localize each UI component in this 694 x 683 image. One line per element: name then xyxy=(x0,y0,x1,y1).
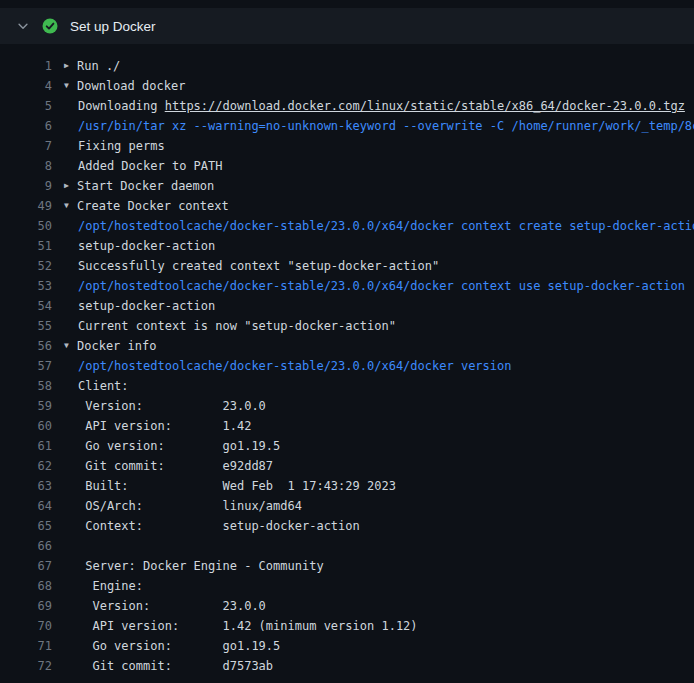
line-number[interactable]: 59 xyxy=(0,396,52,416)
log-text: setup-docker-action xyxy=(78,299,215,313)
log-text: Git commit: e92dd87 xyxy=(78,459,273,473)
line-number[interactable]: 65 xyxy=(0,516,52,536)
log-line[interactable]: 54setup-docker-action xyxy=(0,296,694,316)
group-title: Docker info xyxy=(77,336,156,356)
line-number[interactable]: 51 xyxy=(0,236,52,256)
triangle-right-icon[interactable]: ▶ xyxy=(64,56,77,76)
group-title: Start Docker daemon xyxy=(77,176,214,196)
triangle-down-icon[interactable]: ▼ xyxy=(64,76,77,96)
line-number[interactable]: 5 xyxy=(0,96,52,116)
line-number[interactable]: 58 xyxy=(0,376,52,396)
log-line[interactable]: 63 Built: Wed Feb 1 17:43:29 2023 xyxy=(0,476,694,496)
log-text: Go version: go1.19.5 xyxy=(78,639,280,653)
log-lines: 1▶Run ./4▼Download docker5Downloading ht… xyxy=(0,44,694,676)
group-title: Download docker xyxy=(77,76,185,96)
log-text: Current context is now "setup-docker-act… xyxy=(78,319,396,333)
log-line[interactable]: 70 API version: 1.42 (minimum version 1.… xyxy=(0,616,694,636)
log-line[interactable]: 60 API version: 1.42 xyxy=(0,416,694,436)
log-line[interactable]: 6/usr/bin/tar xz --warning=no-unknown-ke… xyxy=(0,116,694,136)
line-number[interactable]: 1 xyxy=(0,56,52,76)
triangle-down-icon[interactable]: ▼ xyxy=(64,196,77,216)
log-text: Server: Docker Engine - Community xyxy=(78,559,324,573)
log-line[interactable]: 7Fixing perms xyxy=(0,136,694,156)
line-number[interactable]: 70 xyxy=(0,616,52,636)
log-line[interactable]: 67 Server: Docker Engine - Community xyxy=(0,556,694,576)
line-number[interactable]: 9 xyxy=(0,176,52,196)
log-line[interactable]: 8Added Docker to PATH xyxy=(0,156,694,176)
line-number[interactable]: 7 xyxy=(0,136,52,156)
log-line[interactable]: 49▼Create Docker context xyxy=(0,196,694,216)
line-number[interactable]: 62 xyxy=(0,456,52,476)
command-text: /usr/bin/tar xz --warning=no-unknown-key… xyxy=(78,119,694,133)
line-number[interactable]: 61 xyxy=(0,436,52,456)
chevron-down-icon[interactable] xyxy=(16,19,30,33)
log-line[interactable]: 59 Version: 23.0.0 xyxy=(0,396,694,416)
line-number[interactable]: 72 xyxy=(0,656,52,676)
line-number[interactable]: 63 xyxy=(0,476,52,496)
success-check-icon xyxy=(42,18,58,34)
triangle-right-icon[interactable]: ▶ xyxy=(64,176,77,196)
log-text: Version: 23.0.0 xyxy=(78,599,266,613)
log-line[interactable]: 50/opt/hostedtoolcache/docker-stable/23.… xyxy=(0,216,694,236)
log-line[interactable]: 61 Go version: go1.19.5 xyxy=(0,436,694,456)
log-text: Downloading xyxy=(78,99,165,113)
line-number[interactable]: 66 xyxy=(0,536,52,556)
log-line[interactable]: 4▼Download docker xyxy=(0,76,694,96)
log-line[interactable]: 1▶Run ./ xyxy=(0,56,694,76)
line-number[interactable]: 49 xyxy=(0,196,52,216)
line-number[interactable]: 8 xyxy=(0,156,52,176)
log-text: Successfully created context "setup-dock… xyxy=(78,259,439,273)
log-line[interactable]: 64 OS/Arch: linux/amd64 xyxy=(0,496,694,516)
command-text: /opt/hostedtoolcache/docker-stable/23.0.… xyxy=(78,359,511,373)
log-line[interactable]: 66 xyxy=(0,536,694,556)
log-line[interactable]: 72 Git commit: d7573ab xyxy=(0,656,694,676)
line-number[interactable]: 67 xyxy=(0,556,52,576)
line-number[interactable]: 57 xyxy=(0,356,52,376)
log-line[interactable]: 9▶Start Docker daemon xyxy=(0,176,694,196)
line-number[interactable]: 60 xyxy=(0,416,52,436)
log-line[interactable]: 58Client: xyxy=(0,376,694,396)
log-text: setup-docker-action xyxy=(78,239,215,253)
log-line[interactable]: 62 Git commit: e92dd87 xyxy=(0,456,694,476)
log-text: Go version: go1.19.5 xyxy=(78,439,280,453)
line-number[interactable]: 50 xyxy=(0,216,52,236)
line-number[interactable]: 4 xyxy=(0,76,52,96)
line-number[interactable]: 54 xyxy=(0,296,52,316)
log-text: Built: Wed Feb 1 17:43:29 2023 xyxy=(78,479,396,493)
log-line[interactable]: 5Downloading https://download.docker.com… xyxy=(0,96,694,116)
log-line[interactable]: 56▼Docker info xyxy=(0,336,694,356)
line-number[interactable]: 6 xyxy=(0,116,52,136)
line-number[interactable]: 64 xyxy=(0,496,52,516)
triangle-down-icon[interactable]: ▼ xyxy=(64,336,77,356)
log-text: Client: xyxy=(78,379,129,393)
log-line[interactable]: 65 Context: setup-docker-action xyxy=(0,516,694,536)
step-header[interactable]: Set up Docker xyxy=(0,8,694,44)
log-text: Fixing perms xyxy=(78,139,165,153)
log-line[interactable]: 53/opt/hostedtoolcache/docker-stable/23.… xyxy=(0,276,694,296)
line-number[interactable]: 71 xyxy=(0,636,52,656)
line-number[interactable]: 68 xyxy=(0,576,52,596)
log-line[interactable]: 51setup-docker-action xyxy=(0,236,694,256)
log-text: Version: 23.0.0 xyxy=(78,399,266,413)
log-text: API version: 1.42 xyxy=(78,419,251,433)
log-text: Git commit: d7573ab xyxy=(78,659,273,673)
log-line[interactable]: 69 Version: 23.0.0 xyxy=(0,596,694,616)
group-title: Run ./ xyxy=(77,56,120,76)
line-number[interactable]: 56 xyxy=(0,336,52,356)
line-number[interactable]: 55 xyxy=(0,316,52,336)
log-line[interactable]: 52Successfully created context "setup-do… xyxy=(0,256,694,276)
log-line[interactable]: 71 Go version: go1.19.5 xyxy=(0,636,694,656)
log-line[interactable]: 55Current context is now "setup-docker-a… xyxy=(0,316,694,336)
log-link[interactable]: https://download.docker.com/linux/static… xyxy=(165,99,685,113)
log-text: Engine: xyxy=(78,579,143,593)
log-line[interactable]: 68 Engine: xyxy=(0,576,694,596)
line-number[interactable]: 69 xyxy=(0,596,52,616)
log-text: Added Docker to PATH xyxy=(78,159,223,173)
command-text: /opt/hostedtoolcache/docker-stable/23.0.… xyxy=(78,279,685,293)
log-line[interactable]: 57/opt/hostedtoolcache/docker-stable/23.… xyxy=(0,356,694,376)
group-title: Create Docker context xyxy=(77,196,229,216)
line-number[interactable]: 52 xyxy=(0,256,52,276)
line-number[interactable]: 53 xyxy=(0,276,52,296)
actions-log-viewer: Set up Docker 1▶Run ./4▼Download docker5… xyxy=(0,8,694,676)
command-text: /opt/hostedtoolcache/docker-stable/23.0.… xyxy=(78,219,694,233)
